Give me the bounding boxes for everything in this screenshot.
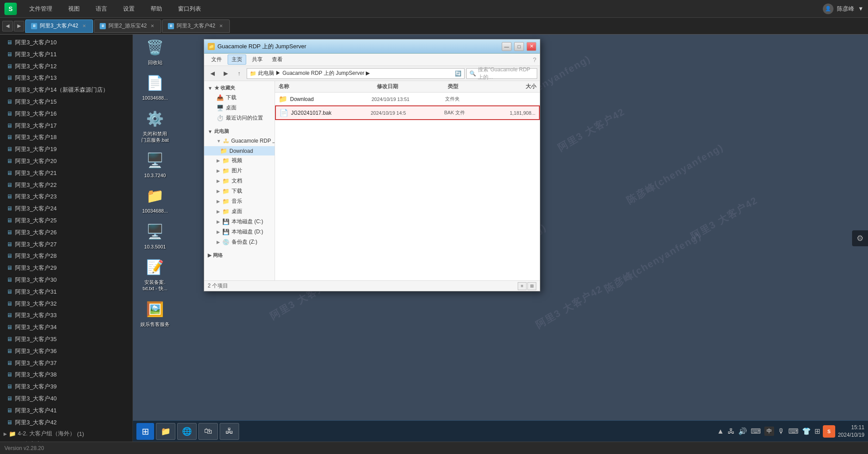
sidebar-item-customer34[interactable]: 🖥 阿里3_大客户34 bbox=[0, 322, 132, 334]
menu-settings[interactable]: 设置 bbox=[120, 3, 138, 15]
search-box[interactable]: 🔍 搜索"Guacamole RDP 上的... bbox=[466, 68, 537, 79]
nav-downloads2[interactable]: ▶ 📁 下载 bbox=[204, 186, 275, 196]
network-tray-icon[interactable]: 🖧 bbox=[728, 427, 735, 435]
sidebar-item-customer12[interactable]: 🖥 阿里3_大客户12 bbox=[0, 61, 132, 73]
menu-view[interactable]: 查看 bbox=[268, 55, 286, 64]
nav-recent[interactable]: ⏱️ 最近访问的位置 bbox=[204, 113, 275, 123]
back-button[interactable]: ◀ bbox=[207, 68, 218, 79]
taskbar-browser[interactable]: 🌐 bbox=[177, 423, 197, 440]
sidebar-item-customer22[interactable]: 🖥 阿里3_大客户22 bbox=[0, 179, 132, 191]
sidebar-item-customer11[interactable]: 🖥 阿里3_大客户11 bbox=[0, 49, 132, 61]
tab-close-2[interactable]: ✕ bbox=[149, 23, 155, 29]
sidebar-item-customer35[interactable]: 🖥 阿里3_大客户35 bbox=[0, 334, 132, 345]
menu-window-list[interactable]: 窗口列表 bbox=[174, 3, 205, 15]
sidebar-item-customer26[interactable]: 🖥 阿里3_大客户26 bbox=[0, 227, 132, 239]
tab-ali3-customer42-3[interactable]: 🖥 阿里3_大客户42 ✕ bbox=[162, 19, 230, 33]
tab-nav-left[interactable]: ◀ bbox=[2, 21, 13, 31]
sidebar-item-customer37[interactable]: 🖥 阿里3_大客户37 bbox=[0, 357, 132, 369]
menu-language[interactable]: 语言 bbox=[92, 3, 111, 15]
nav-drive-d[interactable]: ▶ 💾 本地磁盘 (D:) bbox=[204, 227, 275, 237]
input-method-indicator[interactable]: 中 bbox=[764, 427, 774, 436]
input-icon[interactable]: ⌨ bbox=[751, 427, 761, 435]
tab-nav-right[interactable]: ▶ bbox=[14, 21, 24, 31]
sidebar-item-customer39[interactable]: 🖥 阿里3_大客户39 bbox=[0, 381, 132, 393]
close-button[interactable]: ✕ bbox=[527, 42, 536, 51]
apps-icon[interactable]: ⊞ bbox=[814, 427, 820, 435]
desktop-icon-ip1[interactable]: 🖥️ 10.3.7240 bbox=[137, 150, 173, 178]
arrow-up-icon[interactable]: ▲ bbox=[717, 427, 724, 435]
menu-help[interactable]: 帮助 bbox=[147, 3, 166, 15]
nav-pictures[interactable]: ▶ 📁 图片 bbox=[204, 166, 275, 176]
sidebar-item-customer15[interactable]: 🖥 阿里3_大客户15 bbox=[0, 96, 132, 108]
menu-file-management[interactable]: 文件管理 bbox=[26, 3, 56, 15]
taskbar-store[interactable]: 🛍 bbox=[198, 423, 218, 440]
nav-drive-z[interactable]: ▶ 💿 备份盘 (Z:) bbox=[204, 237, 275, 247]
sidebar-item-customer17[interactable]: 🖥 阿里3_大客户17 bbox=[0, 120, 132, 132]
nav-downloads[interactable]: 📥 下载 bbox=[204, 93, 275, 103]
help-icon[interactable]: ? bbox=[533, 56, 536, 63]
maximize-button[interactable]: □ bbox=[514, 42, 524, 51]
taskbar-network[interactable]: 🖧 bbox=[220, 423, 239, 440]
desktop-icon-file1[interactable]: 📄 10034688... bbox=[137, 72, 173, 101]
forward-button[interactable]: ▶ bbox=[220, 68, 232, 79]
sidebar-item-customer33[interactable]: 🖥 阿里3_大客户33 bbox=[0, 310, 132, 322]
tab-ali2-youlebao[interactable]: 🖥 阿里2_游乐宝42 ✕ bbox=[94, 19, 162, 33]
tab-ali3-customer42-1[interactable]: 🖥 阿里3_大客户42 ✕ bbox=[25, 19, 93, 33]
sidebar-item-customer13[interactable]: 🖥 阿里3_大客户13 bbox=[0, 72, 132, 84]
sidebar-item-customer24[interactable]: 🖥 阿里3_大客户24 bbox=[0, 203, 132, 215]
group-overseas[interactable]: ▶ 📁 4-2. 大客户组（海外） (1) bbox=[0, 428, 132, 439]
start-button[interactable]: ⊞ bbox=[136, 423, 154, 440]
keyboard-icon[interactable]: ⌨ bbox=[788, 427, 798, 435]
sidebar-item-customer21[interactable]: 🖥 阿里3_大客户21 bbox=[0, 167, 132, 179]
sidebar-item-customer40[interactable]: 🖥 阿里3_大客户40 bbox=[0, 393, 132, 405]
nav-music[interactable]: ▶ 📁 音乐 bbox=[204, 196, 275, 206]
desktop-icon-ip2[interactable]: 🖥️ 10.3.5001 bbox=[137, 221, 173, 250]
sidebar-item-customer32[interactable]: 🖥 阿里3_大客户32 bbox=[0, 298, 132, 310]
list-view-button[interactable]: ≡ bbox=[518, 282, 527, 290]
sidebar-item-customer27[interactable]: 🖥 阿里3_大客户27 bbox=[0, 239, 132, 251]
file-row-download[interactable]: 📁 Download 2024/10/19 13:51 文件夹 bbox=[275, 93, 540, 105]
tab-close-3[interactable]: ✕ bbox=[218, 23, 224, 29]
nav-desktop2[interactable]: ▶ 📁 桌面 bbox=[204, 206, 275, 217]
sidebar-item-customer19[interactable]: 🖥 阿里3_大客户19 bbox=[0, 144, 132, 155]
menu-view[interactable]: 视图 bbox=[65, 3, 83, 15]
col-size-header[interactable]: 大小 bbox=[492, 83, 536, 90]
sidebar-item-customer20[interactable]: 🖥 阿里3_大客户20 bbox=[0, 155, 132, 167]
address-bar[interactable]: 📁 此电脑 ▶ Guacamole RDP 上的 JumpServer ▶ 🔄 bbox=[247, 68, 465, 79]
menu-share[interactable]: 共享 bbox=[248, 55, 266, 64]
sohu-logo[interactable]: S bbox=[823, 425, 835, 438]
sidebar-item-customer29[interactable]: 🖥 阿里3_大客户29 bbox=[0, 262, 132, 274]
desktop-icon-shutdown[interactable]: ⚙️ 关闭和禁用门店服务.bat bbox=[137, 108, 173, 144]
sidebar-item-customer38[interactable]: 🖥 阿里3_大客户38 bbox=[0, 369, 132, 381]
nav-desktop[interactable]: 🖥️ 桌面 bbox=[204, 103, 275, 113]
desktop-icon-install[interactable]: 📝 安装备案.txt.txt - 快... bbox=[137, 256, 173, 292]
sidebar-item-customer14[interactable]: 🖥 阿里3_大客户14（新疆禾森源门店） bbox=[0, 84, 132, 96]
microphone-icon[interactable]: 🎙 bbox=[778, 427, 785, 435]
sidebar-item-customer36[interactable]: 🖥 阿里3_大客户36 bbox=[0, 345, 132, 357]
tab-close-1[interactable]: ✕ bbox=[81, 23, 87, 29]
sidebar-item-customer18[interactable]: 🖥 阿里3_大客户18 bbox=[0, 132, 132, 144]
desktop-icon-service[interactable]: 🖼️ 娱乐售客服务 bbox=[137, 299, 173, 327]
menu-file[interactable]: 文件 bbox=[208, 55, 225, 64]
grid-view-button[interactable]: ⊞ bbox=[527, 282, 536, 290]
nav-documents[interactable]: ▶ 📁 文档 bbox=[204, 176, 275, 186]
address-refresh[interactable]: 🔄 bbox=[455, 70, 461, 77]
volume-icon[interactable]: 🔊 bbox=[738, 427, 747, 435]
sidebar-item-customer23[interactable]: 🖥 阿里3_大客户23 bbox=[0, 191, 132, 203]
sidebar-item-customer42[interactable]: 🖥 阿里3_大客户42 bbox=[0, 417, 132, 429]
taskbar-explorer[interactable]: 📁 bbox=[156, 423, 175, 440]
dropdown-arrow[interactable]: ▼ bbox=[858, 5, 864, 12]
sidebar-item-customer10[interactable]: 🖥 阿里3_大客户10 bbox=[0, 37, 132, 49]
nav-drive-c[interactable]: ▶ 💾 本地磁盘 (C:) bbox=[204, 217, 275, 227]
sidebar-item-customer31[interactable]: 🖥 阿里3_大客户31 bbox=[0, 286, 132, 298]
desktop-icon-file2[interactable]: 📁 10034688... bbox=[137, 185, 173, 214]
sidebar-item-customer41[interactable]: 🖥 阿里3_大客户41 bbox=[0, 405, 132, 417]
sidebar-item-customer28[interactable]: 🖥 阿里3_大客户28 bbox=[0, 250, 132, 262]
up-button[interactable]: ↑ bbox=[233, 68, 245, 79]
sidebar-item-customer16[interactable]: 🖥 阿里3_大客户16 bbox=[0, 108, 132, 120]
remote-desktop[interactable]: 陈彦峰(chenyanfeng) 阿里3 大客户42 陈彦峰(chenyanfe… bbox=[133, 35, 868, 442]
nav-videos[interactable]: ▶ 📁 视频 bbox=[204, 155, 275, 166]
minimize-button[interactable]: — bbox=[502, 42, 512, 51]
file-row-bak[interactable]: 📄 JG20241017.bak 2024/10/19 14:5 BAK 文件 … bbox=[275, 105, 540, 120]
col-date-header[interactable]: 修改日期 bbox=[377, 83, 448, 90]
